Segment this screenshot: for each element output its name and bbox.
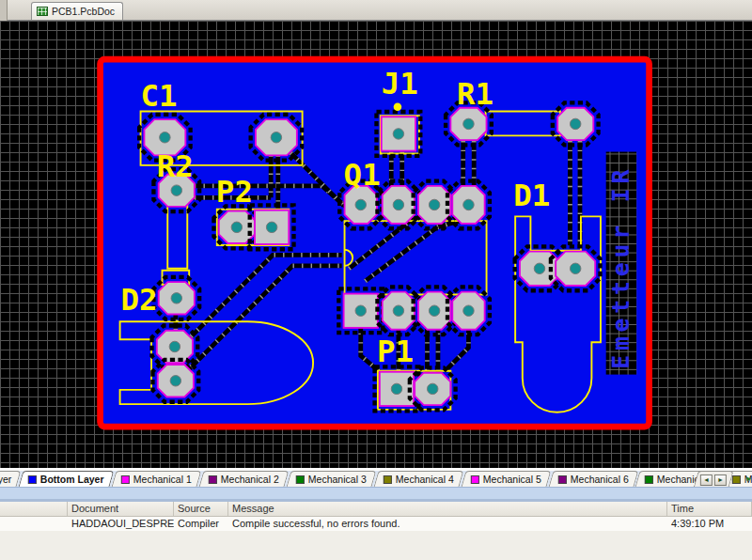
scroll-layers-right-button[interactable]: ► [714, 474, 727, 486]
pad-hole [463, 199, 474, 210]
messages-column-header[interactable]: Message [228, 502, 667, 516]
message-row[interactable]: HADDAOUI_DESPREZ_Eme...CompilerCompile s… [0, 517, 752, 531]
legend-text: Emetteur IR [607, 165, 634, 369]
designator-label-p1[interactable]: P1 [377, 334, 414, 369]
layer-tab-label: Mechanical 3 [308, 474, 367, 485]
layer-color-swatch [645, 475, 653, 484]
layer-tab-mechanical-5[interactable]: Mechanical 5 [461, 471, 551, 487]
messages-column-header[interactable]: Source [174, 502, 228, 516]
layer-tab-label: ayer [0, 474, 11, 485]
pad[interactable] [553, 102, 599, 145]
designator-label-r2[interactable]: R2 [157, 148, 194, 184]
message-cell-document: HADDAOUI_DESPREZ_Eme... [68, 517, 174, 531]
panel-edge [0, 0, 8, 21]
pad-hole [160, 132, 170, 143]
layer-tab-label: Bottom Layer [40, 474, 104, 485]
layer-overflow-icon[interactable]: ▸ [746, 474, 750, 483]
pad-hole [570, 263, 580, 273]
layer-tab-mechanical-3[interactable]: Mechanical 3 [286, 471, 376, 487]
pad-hole [171, 185, 181, 195]
layer-tab-mechanical-6[interactable]: Mechanical 6 [548, 471, 638, 487]
pcb-doc-icon [37, 7, 48, 16]
pad-hole [429, 199, 439, 210]
layer-color-swatch [121, 475, 130, 484]
layer-tab-bottom-layer[interactable]: Bottom Layer [19, 471, 115, 487]
pad-hole [463, 305, 474, 316]
layer-tab-scroller: ◄ ► [693, 471, 733, 487]
pcb-workspace[interactable]: Emetteur IRC1R2P2D2J1Q1R1D1P1 [0, 21, 752, 468]
layer-color-swatch [732, 475, 741, 484]
layer-tab-label: Mechanical 2 [221, 474, 279, 485]
layer-color-swatch [557, 475, 566, 484]
layer-tab-label: Mechanical 6 [570, 474, 628, 485]
pad-hole [169, 341, 180, 351]
designator-label-q1[interactable]: Q1 [344, 157, 381, 193]
pad-hole [271, 132, 281, 143]
document-tab-pcb1[interactable]: PCB1.PcbDoc [31, 2, 123, 20]
pad[interactable] [153, 277, 199, 319]
designator-label-c1[interactable]: C1 [141, 78, 178, 114]
messages-column-header[interactable] [0, 502, 68, 516]
designator-label-d2[interactable]: D2 [121, 282, 158, 318]
messages-panel: DocumentSourceMessageTime HADDAOUI_DESPR… [0, 499, 752, 560]
pad[interactable] [375, 366, 419, 411]
messages-column-header[interactable]: Time [667, 502, 752, 516]
pad-hole [171, 293, 181, 303]
pad-hole [355, 199, 366, 210]
pad[interactable] [250, 205, 294, 249]
pad-hole [393, 199, 403, 210]
pad-hole [231, 222, 242, 232]
pad-hole [429, 305, 439, 316]
pad-hole [534, 263, 544, 273]
layer-tab-bar: ayerBottom LayerMechanical 1Mechanical 2… [0, 468, 752, 487]
layer-color-swatch [296, 475, 305, 484]
layer-tab-mechanical-1[interactable]: Mechanical 1 [112, 471, 202, 487]
document-tab-label: PCB1.PcbDoc [52, 6, 115, 17]
pad-hole [393, 129, 403, 139]
pad-hole [570, 118, 580, 129]
pad-hole [266, 222, 276, 232]
pad-hole [393, 305, 403, 316]
designator-dot [394, 102, 402, 111]
messages-header-row: DocumentSourceMessageTime [0, 502, 752, 517]
pad-hole [427, 383, 437, 394]
layer-color-swatch [209, 475, 217, 484]
pcb-canvas[interactable]: Emetteur IRC1R2P2D2J1Q1R1D1P1 [0, 21, 752, 468]
layer-tab-mechanical-2[interactable]: Mechanical 2 [199, 471, 290, 487]
layer-color-swatch [384, 475, 392, 484]
layer-tab-label: Mechanical 1 [133, 474, 192, 485]
designator-label-d1[interactable]: D1 [513, 178, 550, 213]
layer-tab-label: Mechanical 4 [396, 474, 454, 485]
messages-column-header[interactable]: Document [68, 502, 174, 516]
message-cell-blank [0, 517, 68, 531]
message-cell-message: Compile successful, no errors found. [228, 517, 667, 531]
pad-hole [355, 305, 366, 316]
message-cell-source: Compiler [174, 517, 228, 531]
message-cell-time: 4:39:10 PM [667, 517, 752, 531]
pad[interactable] [410, 367, 456, 410]
pad-hole [391, 383, 401, 394]
pcb-editor-window: PCB1.PcbDoc Emetteur IRC1R2P2D2J1Q1R1D1P… [0, 0, 752, 560]
pad[interactable] [376, 112, 420, 156]
layer-color-swatch [470, 475, 478, 484]
layer-tab-mechanical-4[interactable]: Mechanical 4 [373, 471, 463, 487]
pad-hole [170, 376, 180, 386]
designator-label-r1[interactable]: R1 [457, 76, 494, 112]
layer-color-swatch [28, 475, 37, 484]
scroll-layers-left-button[interactable]: ◄ [700, 474, 713, 486]
designator-label-j1[interactable]: J1 [382, 66, 418, 101]
pad[interactable] [213, 206, 259, 248]
status-strip [0, 487, 752, 499]
designator-label-p2[interactable]: P2 [216, 174, 253, 210]
document-tab-bar: PCB1.PcbDoc [0, 0, 752, 21]
pad[interactable] [152, 360, 198, 402]
pad-hole [463, 118, 474, 129]
layer-tab-label: Mechanical 5 [482, 474, 540, 485]
